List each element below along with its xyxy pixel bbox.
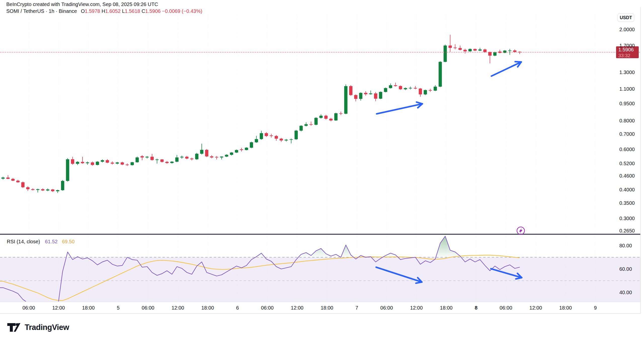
time-axis-label: 12:00 xyxy=(47,305,70,311)
rsi-axis-label: 60.00 xyxy=(619,266,640,272)
price-axis-label: 1.3000 xyxy=(619,69,640,75)
time-axis-label: 7 xyxy=(345,305,368,311)
price-axis-label: 0.2650 xyxy=(619,228,640,234)
time-axis-label: 12:00 xyxy=(525,305,547,311)
price-axis-label: 0.3500 xyxy=(619,200,640,206)
tradingview-logo[interactable]: TradingView xyxy=(7,322,69,333)
ohlc-key: O xyxy=(81,8,85,14)
time-axis-label: 9 xyxy=(584,305,607,311)
price-axis-label: 0.7000 xyxy=(619,131,640,137)
price-axis-label: 0.5200 xyxy=(619,160,640,166)
attribution-text: BeInCrypto created with TradingView.com,… xyxy=(6,2,158,7)
price-axis-label: 1.1000 xyxy=(619,86,640,92)
price-axis-label: 0.3000 xyxy=(619,215,640,221)
change-value: −0.0069 (−0.43%) xyxy=(162,8,202,14)
ohlc-value: 1.5978 xyxy=(85,8,102,14)
ohlc-key: C xyxy=(142,8,145,14)
time-axis-label: 06:00 xyxy=(495,305,517,311)
symbol-title: SOMI / TetherUS · 1h · Binance xyxy=(6,8,77,14)
time-axis-label: 8 xyxy=(465,305,487,311)
tradingview-chart-screenshot: BeInCrypto created with TradingView.com,… xyxy=(0,0,644,338)
price-axis-label: 0.8000 xyxy=(619,118,640,124)
main-trend-arrow xyxy=(491,62,521,76)
rsi-pane xyxy=(0,236,640,308)
time-axis-label: 18:00 xyxy=(435,305,458,311)
rsi-value: 61.52 xyxy=(45,239,58,244)
price-axis-label: 2.0000 xyxy=(619,26,640,32)
boost-lightning-icon[interactable] xyxy=(517,227,525,234)
rsi-title: RSI (14, close) xyxy=(7,239,40,244)
chart-canvas[interactable] xyxy=(0,0,644,338)
ohlc-value: 1.6052 xyxy=(105,8,122,14)
price-axis-label: 0.4600 xyxy=(619,173,640,179)
ohlc-value: 1.5618 xyxy=(125,8,142,14)
bar-countdown: 33:32 xyxy=(618,53,639,58)
ohlc-key: H xyxy=(102,8,105,14)
ohlc-value: 1.5906 xyxy=(145,8,162,14)
symbol-legend[interactable]: SOMI / TetherUS · 1h · Binance O1.5978 H… xyxy=(6,8,202,14)
time-axis-label: 18:00 xyxy=(77,305,100,311)
time-axis-label: 6 xyxy=(226,305,249,311)
price-axis-label: 0.6000 xyxy=(619,146,640,152)
price-axis-label: 1.7000 xyxy=(619,43,640,49)
time-axis-label: 18:00 xyxy=(196,305,219,311)
time-axis-label: 18:00 xyxy=(316,305,338,311)
price-axis-label: 0.9500 xyxy=(619,100,640,107)
tradingview-logo-text: TradingView xyxy=(25,323,69,332)
time-axis-label: 06:00 xyxy=(375,305,398,311)
time-axis-label: 06:00 xyxy=(137,305,159,311)
time-axis-label: 06:00 xyxy=(17,305,40,311)
rsi-axis-label: 40.00 xyxy=(619,289,640,295)
time-axis-label: 18:00 xyxy=(554,305,577,311)
price-axis-label: 0.4000 xyxy=(619,187,640,193)
currency-unit-button[interactable]: USDT xyxy=(618,13,634,22)
tradingview-logo-icon xyxy=(7,322,22,333)
candlestick-series xyxy=(2,35,521,193)
ohlc-key: L xyxy=(122,8,125,14)
rsi-axis-label: 80.00 xyxy=(619,243,640,249)
time-axis-label: 06:00 xyxy=(256,305,279,311)
time-axis-label: 12:00 xyxy=(405,305,428,311)
time-axis-label: 12:00 xyxy=(167,305,189,311)
pane-divider[interactable] xyxy=(0,234,640,235)
rsi-legend[interactable]: RSI (14, close) 61.52 69.50 xyxy=(7,239,75,245)
time-axis-label: 5 xyxy=(107,305,130,311)
time-axis-label: 12:00 xyxy=(286,305,308,311)
main-trend-arrow xyxy=(377,104,422,114)
ohlc-values: O1.5978 H1.6052 L1.5618 C1.5906 xyxy=(81,8,162,14)
rsi-ma-value: 69.50 xyxy=(62,239,74,244)
